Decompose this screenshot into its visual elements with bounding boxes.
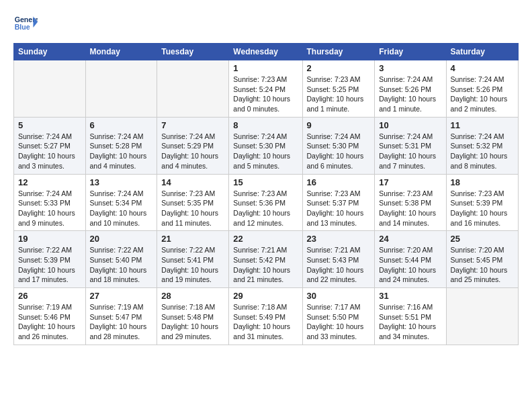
weekday-header-monday: Monday [85, 44, 157, 60]
day-number: 25 [451, 234, 514, 244]
calendar-cell: 8Sunrise: 7:24 AM Sunset: 5:30 PM Daylig… [229, 117, 302, 174]
day-info: Sunrise: 7:24 AM Sunset: 5:27 PM Dayligh… [18, 132, 81, 171]
calendar-cell: 3Sunrise: 7:24 AM Sunset: 5:26 PM Daylig… [375, 60, 446, 118]
calendar-cell: 31Sunrise: 7:16 AM Sunset: 5:51 PM Dayli… [375, 288, 446, 345]
day-number: 30 [307, 291, 371, 301]
calendar-cell: 24Sunrise: 7:20 AM Sunset: 5:44 PM Dayli… [375, 231, 446, 288]
day-number: 12 [18, 177, 81, 187]
day-info: Sunrise: 7:19 AM Sunset: 5:46 PM Dayligh… [18, 302, 81, 342]
day-number: 9 [307, 120, 371, 130]
day-number: 8 [233, 120, 298, 130]
calendar-cell: 22Sunrise: 7:21 AM Sunset: 5:42 PM Dayli… [229, 231, 302, 288]
day-number: 22 [233, 234, 298, 244]
week-row-5: 26Sunrise: 7:19 AM Sunset: 5:46 PM Dayli… [14, 288, 519, 345]
day-info: Sunrise: 7:23 AM Sunset: 5:38 PM Dayligh… [379, 189, 441, 228]
calendar-cell: 15Sunrise: 7:23 AM Sunset: 5:36 PM Dayli… [229, 174, 302, 231]
day-info: Sunrise: 7:22 AM Sunset: 5:41 PM Dayligh… [161, 245, 224, 285]
day-info: Sunrise: 7:22 AM Sunset: 5:39 PM Dayligh… [18, 245, 81, 285]
day-info: Sunrise: 7:21 AM Sunset: 5:43 PM Dayligh… [307, 245, 371, 285]
day-info: Sunrise: 7:24 AM Sunset: 5:26 PM Dayligh… [379, 75, 441, 114]
calendar-cell: 16Sunrise: 7:23 AM Sunset: 5:37 PM Dayli… [302, 174, 375, 231]
day-number: 19 [18, 234, 81, 244]
day-number: 29 [233, 291, 298, 301]
day-info: Sunrise: 7:23 AM Sunset: 5:24 PM Dayligh… [233, 75, 298, 114]
day-number: 27 [90, 291, 153, 301]
day-info: Sunrise: 7:24 AM Sunset: 5:32 PM Dayligh… [451, 132, 514, 171]
day-info: Sunrise: 7:23 AM Sunset: 5:25 PM Dayligh… [307, 75, 371, 114]
day-number: 20 [90, 234, 153, 244]
day-info: Sunrise: 7:22 AM Sunset: 5:40 PM Dayligh… [90, 245, 153, 285]
weekday-header-thursday: Thursday [302, 44, 375, 60]
day-number: 24 [379, 234, 441, 244]
calendar-cell: 26Sunrise: 7:19 AM Sunset: 5:46 PM Dayli… [14, 288, 86, 345]
calendar-cell [157, 60, 229, 118]
day-number: 26 [18, 291, 81, 301]
day-info: Sunrise: 7:23 AM Sunset: 5:35 PM Dayligh… [161, 189, 224, 228]
svg-text:Blue: Blue [15, 23, 30, 31]
day-number: 23 [307, 234, 371, 244]
page: General Blue SundayMondayTuesdayWednesda… [0, 0, 532, 357]
day-info: Sunrise: 7:23 AM Sunset: 5:37 PM Dayligh… [307, 189, 371, 228]
week-row-4: 19Sunrise: 7:22 AM Sunset: 5:39 PM Dayli… [14, 231, 519, 288]
weekday-header-sunday: Sunday [14, 44, 86, 60]
day-info: Sunrise: 7:24 AM Sunset: 5:26 PM Dayligh… [451, 75, 514, 114]
day-info: Sunrise: 7:23 AM Sunset: 5:36 PM Dayligh… [233, 189, 298, 228]
day-number: 31 [379, 291, 441, 301]
calendar-cell: 12Sunrise: 7:24 AM Sunset: 5:33 PM Dayli… [14, 174, 86, 231]
calendar-cell: 10Sunrise: 7:24 AM Sunset: 5:31 PM Dayli… [375, 117, 446, 174]
calendar-cell: 17Sunrise: 7:23 AM Sunset: 5:38 PM Dayli… [375, 174, 446, 231]
day-info: Sunrise: 7:24 AM Sunset: 5:30 PM Dayligh… [233, 132, 298, 171]
calendar-cell: 20Sunrise: 7:22 AM Sunset: 5:40 PM Dayli… [85, 231, 157, 288]
day-info: Sunrise: 7:21 AM Sunset: 5:42 PM Dayligh… [233, 245, 298, 285]
day-info: Sunrise: 7:20 AM Sunset: 5:45 PM Dayligh… [451, 245, 514, 285]
calendar-cell: 4Sunrise: 7:24 AM Sunset: 5:26 PM Daylig… [446, 60, 518, 118]
day-number: 28 [161, 291, 224, 301]
calendar-cell: 11Sunrise: 7:24 AM Sunset: 5:32 PM Dayli… [446, 117, 518, 174]
weekday-header-row: SundayMondayTuesdayWednesdayThursdayFrid… [14, 44, 519, 60]
day-number: 14 [161, 177, 224, 187]
day-number: 11 [451, 120, 514, 130]
day-number: 2 [307, 63, 371, 73]
week-row-3: 12Sunrise: 7:24 AM Sunset: 5:33 PM Dayli… [14, 174, 519, 231]
week-row-1: 1Sunrise: 7:23 AM Sunset: 5:24 PM Daylig… [14, 60, 519, 118]
day-info: Sunrise: 7:18 AM Sunset: 5:48 PM Dayligh… [161, 302, 224, 342]
day-number: 1 [233, 63, 298, 73]
calendar-cell: 19Sunrise: 7:22 AM Sunset: 5:39 PM Dayli… [14, 231, 86, 288]
weekday-header-saturday: Saturday [446, 44, 518, 60]
day-number: 15 [233, 177, 298, 187]
week-row-2: 5Sunrise: 7:24 AM Sunset: 5:27 PM Daylig… [14, 117, 519, 174]
calendar-cell [446, 288, 518, 345]
logo-icon: General Blue [13, 12, 38, 36]
day-info: Sunrise: 7:24 AM Sunset: 5:28 PM Dayligh… [90, 132, 153, 171]
day-info: Sunrise: 7:23 AM Sunset: 5:39 PM Dayligh… [451, 189, 514, 228]
day-number: 7 [161, 120, 224, 130]
day-info: Sunrise: 7:24 AM Sunset: 5:29 PM Dayligh… [161, 132, 224, 171]
calendar-cell: 29Sunrise: 7:18 AM Sunset: 5:49 PM Dayli… [229, 288, 302, 345]
day-info: Sunrise: 7:18 AM Sunset: 5:49 PM Dayligh… [233, 302, 298, 342]
day-info: Sunrise: 7:16 AM Sunset: 5:51 PM Dayligh… [379, 302, 441, 342]
calendar-cell: 2Sunrise: 7:23 AM Sunset: 5:25 PM Daylig… [302, 60, 375, 118]
calendar-cell: 14Sunrise: 7:23 AM Sunset: 5:35 PM Dayli… [157, 174, 229, 231]
calendar-cell: 13Sunrise: 7:24 AM Sunset: 5:34 PM Dayli… [85, 174, 157, 231]
calendar-table: SundayMondayTuesdayWednesdayThursdayFrid… [13, 43, 519, 345]
weekday-header-friday: Friday [375, 44, 446, 60]
day-info: Sunrise: 7:24 AM Sunset: 5:31 PM Dayligh… [379, 132, 441, 171]
calendar-cell: 27Sunrise: 7:19 AM Sunset: 5:47 PM Dayli… [85, 288, 157, 345]
calendar-cell [14, 60, 86, 118]
day-number: 3 [379, 63, 441, 73]
logo: General Blue [13, 12, 38, 36]
day-number: 4 [451, 63, 514, 73]
weekday-header-wednesday: Wednesday [229, 44, 302, 60]
day-number: 5 [18, 120, 81, 130]
calendar-cell: 30Sunrise: 7:17 AM Sunset: 5:50 PM Dayli… [302, 288, 375, 345]
calendar-cell: 1Sunrise: 7:23 AM Sunset: 5:24 PM Daylig… [229, 60, 302, 118]
day-info: Sunrise: 7:20 AM Sunset: 5:44 PM Dayligh… [379, 245, 441, 285]
day-number: 16 [307, 177, 371, 187]
calendar-cell: 5Sunrise: 7:24 AM Sunset: 5:27 PM Daylig… [14, 117, 86, 174]
calendar-cell: 23Sunrise: 7:21 AM Sunset: 5:43 PM Dayli… [302, 231, 375, 288]
day-number: 13 [90, 177, 153, 187]
day-info: Sunrise: 7:24 AM Sunset: 5:33 PM Dayligh… [18, 189, 81, 228]
day-info: Sunrise: 7:17 AM Sunset: 5:50 PM Dayligh… [307, 302, 371, 342]
weekday-header-tuesday: Tuesday [157, 44, 229, 60]
calendar-cell: 6Sunrise: 7:24 AM Sunset: 5:28 PM Daylig… [85, 117, 157, 174]
